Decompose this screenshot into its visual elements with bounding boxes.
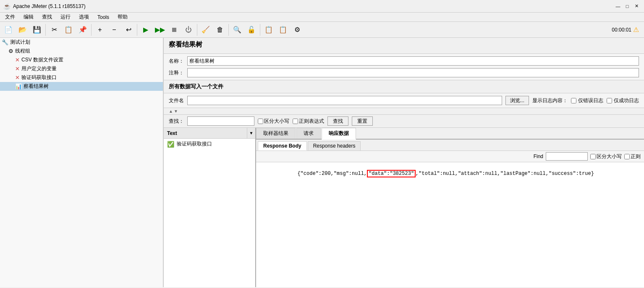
- list-item-captcha[interactable]: ✅ 验证码获取接口: [164, 139, 255, 149]
- toolbar: 📄 📂 💾 ✂ 📋 📌 + − ↩ ▶ ▶▶ ⏹ ⏻ 🧹 🗑 🔍 🔓 📋 📋 ⚙…: [0, 22, 644, 38]
- scroll-arrows: ▲ ▼: [164, 108, 644, 115]
- tree-item-captcha-api[interactable]: ✕ 验证码获取接口: [0, 73, 163, 82]
- menu-tools[interactable]: Tools: [94, 13, 113, 21]
- regex-label: 正则表达式: [293, 118, 324, 125]
- sub-tab-response-headers[interactable]: Response headers: [308, 141, 361, 151]
- minimize-btn[interactable]: —: [614, 2, 622, 11]
- error-log-checkbox[interactable]: [571, 98, 576, 103]
- template-btn[interactable]: 📋: [262, 23, 275, 37]
- copy-btn[interactable]: 📋: [62, 23, 75, 37]
- tab-response-data[interactable]: 响应数据: [322, 128, 356, 140]
- find-case-checkbox[interactable]: [590, 154, 596, 159]
- list-pane: Text ▼ ✅ 验证码获取接口: [164, 128, 256, 287]
- cut-btn[interactable]: ✂: [47, 23, 61, 37]
- start-no-pause-btn[interactable]: ▶▶: [153, 23, 167, 37]
- file-name-input[interactable]: [187, 96, 502, 105]
- find-input[interactable]: [546, 152, 588, 161]
- stop-btn[interactable]: ⏹: [168, 23, 181, 37]
- case-sensitive-checkbox[interactable]: [258, 119, 263, 124]
- new-btn[interactable]: 📄: [2, 23, 15, 37]
- case-sensitive-label: 区分大小写: [258, 118, 289, 125]
- toggle-btn[interactable]: ↩: [122, 23, 135, 37]
- save-btn[interactable]: 💾: [30, 23, 44, 37]
- find-case-sensitive: 区分大小写: [590, 153, 622, 160]
- tree-label-test-plan: 测试计划: [10, 39, 30, 46]
- tab-request[interactable]: 请求: [296, 128, 321, 139]
- list-header-label: Text: [164, 130, 247, 136]
- tree-item-csv-data[interactable]: ✕ CSV 数据文件设置: [0, 55, 163, 64]
- success-log-checkbox-label: 仅成功日志: [607, 97, 639, 104]
- paste-btn[interactable]: 📌: [76, 23, 89, 37]
- find-regex: 正则: [624, 153, 641, 160]
- success-icon: ✅: [167, 141, 174, 148]
- log-content-label: 显示日志内容：: [532, 97, 568, 104]
- log-viewer-btn[interactable]: 📋: [276, 23, 290, 37]
- app-icon: ☕: [3, 3, 10, 10]
- regex-checkbox[interactable]: [293, 119, 298, 124]
- tree-item-result-tree[interactable]: 📊 察看结果树: [0, 82, 163, 91]
- response-body-area: {"code":200,"msg":null,"data":"382523","…: [256, 162, 644, 287]
- scroll-up-arrow[interactable]: ▲: [169, 109, 173, 114]
- menu-bar: 文件 编辑 查找 运行 选项 Tools 帮助: [0, 13, 644, 22]
- title-bar: ☕ Apache JMeter (5.1.1 r1855137) — □ ✕: [0, 0, 644, 13]
- sep2: [91, 24, 92, 36]
- list-header: Text ▼: [164, 128, 255, 139]
- menu-find[interactable]: 查找: [39, 13, 55, 21]
- find-regex-checkbox[interactable]: [624, 154, 630, 159]
- clear-btn[interactable]: 🧹: [199, 23, 212, 37]
- find-button[interactable]: 查找: [327, 116, 348, 126]
- clear-all-btn[interactable]: 🗑: [213, 23, 227, 37]
- name-input[interactable]: [187, 56, 639, 66]
- tree-label-thread-group: 线程组: [15, 48, 30, 55]
- open-btn[interactable]: 📂: [16, 23, 29, 37]
- shutdown-btn[interactable]: ⏻: [182, 23, 195, 37]
- comment-input[interactable]: [187, 68, 639, 77]
- response-body-prefix: {"code":200,"msg":null,: [297, 171, 367, 177]
- sep6: [260, 24, 260, 36]
- search-toolbar-btn[interactable]: 🔍: [230, 23, 244, 37]
- tree-item-test-plan[interactable]: 🔧 测试计划: [0, 38, 163, 47]
- error-log-checkbox-label: 仅错误日志: [571, 97, 603, 104]
- reset-search-toolbar-btn[interactable]: 🔓: [245, 23, 258, 37]
- tree-item-user-vars[interactable]: ✕ 用户定义的变量: [0, 64, 163, 73]
- name-label: 名称：: [169, 58, 184, 65]
- browse-button[interactable]: 浏览...: [505, 96, 529, 105]
- menu-edit[interactable]: 编辑: [20, 13, 37, 21]
- menu-help[interactable]: 帮助: [114, 13, 131, 21]
- success-log-checkbox[interactable]: [607, 98, 612, 103]
- tree-icon-user-vars: ✕: [15, 66, 20, 72]
- list-dropdown-btn[interactable]: ▼: [247, 128, 255, 138]
- name-row: 名称：: [169, 56, 639, 66]
- start-btn[interactable]: ▶: [139, 23, 152, 37]
- search-label: 查找：: [169, 118, 184, 125]
- tree-icon-captcha-api: ✕: [15, 74, 20, 81]
- timer-display: 00:00:01 ⚠: [612, 26, 642, 34]
- search-input[interactable]: [187, 116, 254, 126]
- sub-tabs: Response Body Response headers: [256, 140, 644, 151]
- tree-label-result-tree: 察看结果树: [24, 83, 49, 90]
- response-area: Response Body Response headers Find 区分大小…: [256, 140, 644, 287]
- main-tabs: 取样器结果 请求 响应数据: [256, 128, 644, 140]
- write-all-section: 所有数据写入一个文件: [164, 80, 644, 93]
- scroll-down-arrow[interactable]: ▼: [174, 109, 178, 114]
- reset-button[interactable]: 重置: [352, 116, 373, 126]
- expand-btn[interactable]: +: [93, 23, 107, 37]
- maximize-btn[interactable]: □: [623, 2, 631, 11]
- menu-options[interactable]: 选项: [76, 13, 92, 21]
- main-layout: 🔧 测试计划 ⚙ 线程组 ✕ CSV 数据文件设置 ✕ 用户定义的变量 ✕ 验证…: [0, 38, 644, 287]
- sub-tab-response-body[interactable]: Response Body: [258, 141, 307, 151]
- tree-item-thread-group[interactable]: ⚙ 线程组: [0, 47, 163, 55]
- elapsed-time: 00:00:01: [612, 27, 631, 33]
- app-title: Apache JMeter (5.1.1 r1855137): [13, 3, 86, 9]
- log-controls: 显示日志内容： 仅错误日志 仅成功日志: [532, 97, 639, 104]
- collapse-btn[interactable]: −: [107, 23, 121, 37]
- panel-form: 名称： 注释：: [164, 54, 644, 80]
- menu-file[interactable]: 文件: [2, 13, 18, 21]
- tab-sampler-result[interactable]: 取样器结果: [256, 128, 296, 139]
- comment-row: 注释：: [169, 68, 639, 77]
- menu-run[interactable]: 运行: [57, 13, 74, 21]
- tree-label-user-vars: 用户定义的变量: [21, 65, 57, 72]
- sep3: [137, 24, 137, 36]
- close-btn[interactable]: ✕: [632, 2, 641, 11]
- settings-btn[interactable]: ⚙: [291, 23, 304, 37]
